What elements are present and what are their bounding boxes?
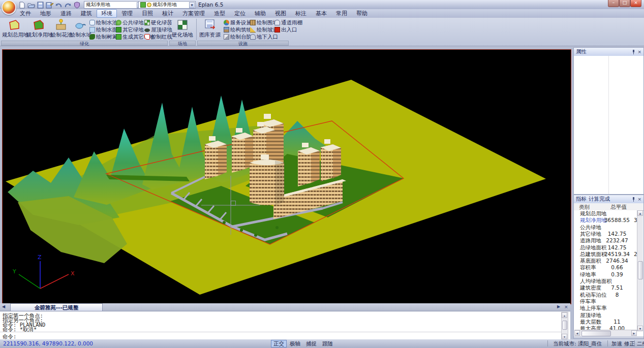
menu-item-sunlight[interactable]: 日照 <box>137 9 158 18</box>
menu-item-basic[interactable]: 基本 <box>311 9 331 18</box>
close-button[interactable]: × <box>630 0 641 7</box>
landtype-combo[interactable]: 规划净用地 ▼ <box>138 1 196 9</box>
panel-close-icon[interactable]: × <box>637 197 641 202</box>
polar-toggle[interactable]: 极轴 <box>287 340 303 347</box>
table-row[interactable]: 基底面积2746.34 <box>574 258 637 264</box>
table-row[interactable]: 规划总用地 <box>574 210 637 217</box>
draw-pool-button[interactable]: 绘制水池 <box>89 19 117 26</box>
mode-2d-button[interactable]: 二维 <box>637 340 644 347</box>
public-green-button[interactable]: 公共绿地 <box>116 19 144 26</box>
new-file-icon[interactable] <box>18 1 26 8</box>
other-green-button[interactable]: 其它绿地 <box>116 26 144 33</box>
menu-item-modeling[interactable]: 造型 <box>209 9 230 18</box>
model-viewport[interactable]: Z Y X <box>2 49 571 304</box>
open-file-icon[interactable] <box>27 1 35 8</box>
scroll-up-icon[interactable]: ▲ <box>637 210 643 216</box>
library-resource-button[interactable]: 图库资源 <box>198 18 222 40</box>
table-row[interactable]: 公共绿地 <box>574 224 637 231</box>
control-redline-button[interactable]: 控制红线 <box>144 34 172 40</box>
scroll-thumb[interactable] <box>581 331 611 336</box>
pin-icon[interactable] <box>632 197 635 202</box>
menu-item-annotate[interactable]: 标注 <box>291 9 311 18</box>
scroll-thumb[interactable] <box>638 261 643 279</box>
panel-close-icon[interactable]: × <box>637 50 641 54</box>
scroll-down-icon[interactable]: ▼ <box>562 334 567 339</box>
table-row[interactable]: 绿地率0.39 <box>574 271 637 278</box>
drawing-tab[interactable]: 金碧雅苑---已规整 <box>10 303 103 311</box>
layer-combo[interactable]: 规划净用地 ▼ <box>84 1 143 9</box>
tab-scroll-right-icon[interactable]: ▶ <box>557 304 560 309</box>
menu-item-terrain[interactable]: 地形 <box>36 9 56 18</box>
draw-waters-button[interactable]: 绘制水域 <box>70 18 90 40</box>
indicator-table[interactable]: 规划总用地 规划净用地36588.553 公共绿地 其它绿地142.75 道路用… <box>574 210 637 331</box>
canopy-button[interactable]: 通道雨棚 <box>274 19 302 26</box>
menu-item-help[interactable]: 帮助 <box>352 9 372 18</box>
indicator-vertical-scrollbar[interactable]: ▲ ▼ <box>637 210 643 331</box>
undo-icon[interactable] <box>55 1 63 8</box>
table-row[interactable]: 停车率 <box>574 298 637 305</box>
draw-hedge-button[interactable]: 绘制树篱 <box>89 34 117 40</box>
command-window[interactable]: 指定第一个角点: 指定另一个角点: 命令: PLANLAND 命令: *取消* … <box>0 311 570 340</box>
menu-item-manage[interactable]: 管理 <box>117 9 137 18</box>
table-row[interactable]: 人均绿地面积 <box>574 278 637 284</box>
table-row[interactable]: 最大层数11 <box>574 319 637 325</box>
menu-item-assist[interactable]: 辅助 <box>250 9 270 18</box>
menu-item-view[interactable]: 视图 <box>270 9 291 18</box>
properties-grid[interactable] <box>574 56 643 194</box>
redo-icon[interactable] <box>64 1 72 8</box>
pin-icon[interactable] <box>632 50 635 54</box>
save-as-icon[interactable] <box>46 1 53 8</box>
table-row[interactable]: 道路用地2232.47 <box>574 237 637 244</box>
minimize-button[interactable]: – <box>608 0 619 7</box>
ortho-toggle[interactable]: 正交 <box>271 340 287 347</box>
menu-item-file[interactable]: 文件 <box>15 9 36 18</box>
hardened-site-button[interactable]: 硬化场地 <box>171 18 194 40</box>
table-row[interactable]: 容积率0.66 <box>574 264 637 271</box>
track-toggle[interactable]: 跟随 <box>320 340 335 347</box>
combo-arrow-icon[interactable]: ▼ <box>189 2 195 8</box>
draw-structure-button[interactable]: 绘构筑物 <box>224 26 252 33</box>
table-row[interactable]: 规划净用地36588.553 <box>574 217 637 224</box>
tab-close-icon[interactable]: × <box>564 304 568 309</box>
app-logo-icon[interactable] <box>2 0 16 15</box>
tab-scroll-left-icon[interactable]: ◀ <box>2 304 5 309</box>
scroll-right-icon[interactable]: ▶ <box>631 330 637 336</box>
service-facility-button[interactable]: 服务设施 <box>224 19 252 26</box>
restore-button[interactable]: □ <box>619 0 630 7</box>
draw-watersurface-button[interactable]: 绘制水面 <box>89 26 117 33</box>
menu-item-locate[interactable]: 定位 <box>230 9 250 18</box>
table-row[interactable]: 其它绿地142.75 <box>574 231 637 237</box>
table-row[interactable]: 机动车泊位8 <box>574 292 637 298</box>
menu-item-building[interactable]: 建筑 <box>76 9 97 18</box>
save-icon[interactable] <box>37 1 44 8</box>
draw-fence-button[interactable]: 绘制围墙 <box>250 19 278 26</box>
table-row[interactable]: 地上停车率 <box>574 305 637 311</box>
plan-net-land-button[interactable]: 规划净用地 <box>26 18 51 40</box>
menu-item-environment[interactable]: 环境 <box>97 9 117 18</box>
scroll-up-icon[interactable]: ▲ <box>562 312 567 318</box>
current-city-label[interactable]: 当前城市: 溧阳_商住 <box>553 340 602 347</box>
gateway-button[interactable]: 出入口 <box>274 26 297 33</box>
table-row[interactable]: 总建筑面积24519.342 <box>574 251 637 258</box>
menu-item-common[interactable]: 常用 <box>331 9 352 18</box>
menu-item-check[interactable]: 核计 <box>158 9 178 18</box>
draw-flowerbed-button[interactable]: 绘制花池 <box>51 18 71 40</box>
correct-button[interactable]: 修正 <box>624 340 635 347</box>
accelerate-button[interactable]: 加速 <box>611 340 622 347</box>
hardened-lawn-button[interactable]: 硬化绿茵 <box>144 19 172 26</box>
scroll-down-icon[interactable]: ▼ <box>637 326 643 331</box>
scroll-left-icon[interactable]: ◀ <box>574 330 580 336</box>
draw-ramp-button[interactable]: 绘制坡道 <box>250 26 278 33</box>
table-row[interactable]: 建筑密度7.51 <box>574 284 637 291</box>
plan-total-land-button[interactable]: 规划总用地 <box>2 18 26 40</box>
indicator-horizontal-scrollbar[interactable]: ◀ ▶ <box>574 330 637 336</box>
underground-entry-button[interactable]: 地下入口 <box>250 34 278 40</box>
scroll-thumb[interactable] <box>562 321 567 330</box>
command-scrollbar[interactable]: ▲ ▼ <box>561 312 568 340</box>
roof-green-button[interactable]: 屋顶绿地 <box>144 26 172 33</box>
table-row[interactable]: 总绿地面积142.75 <box>574 244 637 251</box>
snap-toggle[interactable]: 捕捉 <box>303 340 319 347</box>
table-row[interactable]: 屋顶绿地 <box>574 312 637 319</box>
menu-item-scheme[interactable]: 方案管理 <box>178 9 209 18</box>
license-icon[interactable] <box>73 1 81 8</box>
